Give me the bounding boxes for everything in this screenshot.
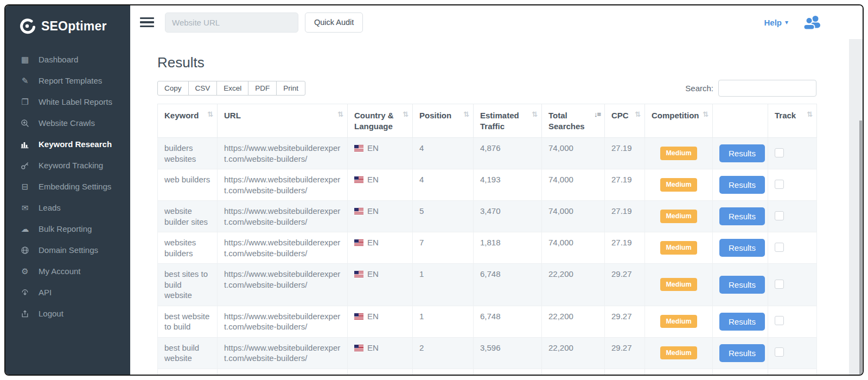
url-cell: https://www.websitebuilderexpert.com/web… (218, 264, 348, 306)
country-language-cell: EN (348, 306, 413, 337)
track-checkbox[interactable] (775, 316, 784, 325)
url-cell: https://www.websitebuilderexpert.com/web… (218, 337, 348, 369)
column-header[interactable]: CPC (605, 104, 645, 138)
results-button[interactable]: Results (719, 176, 765, 194)
action-cell: Results (713, 138, 768, 169)
track-checkbox[interactable] (775, 280, 784, 289)
sidebar-item[interactable]: ☁ Bulk Reporting (5, 218, 130, 239)
quick-audit-button[interactable]: Quick Audit (305, 12, 363, 33)
table-search: Search: (685, 80, 816, 97)
language-label: EN (367, 143, 379, 153)
search-label: Search: (685, 84, 713, 93)
content: Results CopyCSVExcelPDFPrint Search: (130, 39, 863, 375)
cpc-cell: 27.19 (605, 138, 645, 169)
export-button[interactable]: Print (276, 81, 305, 96)
column-header[interactable]: Track (768, 104, 817, 138)
sidebar-item[interactable]: ✎ Report Templates (5, 70, 130, 91)
help-dropdown[interactable]: Help ▾ (764, 18, 788, 27)
sidebar-item-icon (20, 246, 30, 255)
column-header[interactable]: URL (218, 104, 348, 138)
sidebar-item[interactable]: Keyword Research (5, 134, 130, 155)
sidebar-item[interactable]: API (5, 282, 130, 303)
sidebar-item-icon: ✉ (20, 204, 30, 212)
position-cell: 2 (413, 337, 474, 369)
language-label: EN (367, 375, 379, 375)
column-header[interactable]: Competition (645, 104, 713, 138)
track-cell (768, 169, 817, 201)
sidebar-item-label: API (39, 288, 52, 297)
sidebar-item[interactable]: Domain Settings (5, 239, 130, 261)
column-header-label: Competition (652, 111, 699, 120)
sidebar-item[interactable]: ✉ Leads (5, 197, 130, 218)
column-header[interactable]: Total Searches (542, 104, 605, 138)
column-header[interactable]: Keyword (158, 104, 218, 138)
export-button[interactable]: Copy (157, 81, 189, 96)
sort-icon (337, 110, 343, 119)
sort-icon (463, 110, 469, 119)
column-header[interactable]: Estimated Traffic (474, 104, 542, 138)
table-row: best sites to build website https://www.… (158, 264, 817, 306)
topbar: Quick Audit Help ▾ (130, 5, 863, 39)
account-users-icon[interactable] (802, 15, 822, 30)
sidebar-item[interactable]: Logout (5, 303, 130, 324)
sidebar-item-label: Keyword Research (39, 140, 112, 149)
sidebar-item-icon (20, 119, 30, 128)
sidebar-item-icon: ✎ (20, 77, 30, 85)
estimated-traffic-cell: 3,596 (474, 337, 542, 369)
results-button[interactable]: Results (719, 207, 765, 225)
export-button[interactable]: PDF (248, 81, 277, 96)
search-input[interactable] (718, 80, 816, 97)
results-button[interactable]: Results (719, 276, 765, 294)
sidebar-item[interactable]: ❐ White Label Reports (5, 91, 130, 112)
track-checkbox[interactable] (775, 148, 784, 157)
results-button[interactable]: Results (719, 239, 765, 257)
sidebar-item[interactable]: ⊟ Embedding Settings (5, 176, 130, 197)
track-checkbox[interactable] (775, 243, 784, 252)
results-button[interactable]: Results (719, 144, 765, 162)
main-area: Quick Audit Help ▾ Results (130, 5, 863, 375)
competition-badge: Medium (660, 178, 697, 191)
language-label: EN (367, 312, 379, 321)
column-header-label: CPC (611, 111, 629, 120)
us-flag-icon (354, 208, 363, 214)
sidebar-item-label: My Account (39, 267, 81, 276)
page-scrollbar-thumb[interactable] (859, 121, 862, 375)
website-url-input[interactable] (165, 12, 298, 33)
sidebar-item-label: Report Templates (39, 76, 102, 85)
table-row: builders websites https://www.websitebui… (158, 138, 817, 169)
export-button[interactable]: CSV (188, 81, 218, 96)
brand-name: SEOptimer (41, 19, 107, 34)
sidebar-item[interactable]: Keyword Tracking (5, 155, 130, 176)
column-header[interactable]: Country & Language (348, 104, 413, 138)
page-scrollbar-track[interactable] (849, 39, 863, 375)
us-flag-icon (354, 313, 363, 320)
track-checkbox[interactable] (775, 211, 784, 220)
column-header[interactable] (713, 104, 768, 138)
url-cell: https://www.websitebuilderexpert.com/web… (218, 232, 348, 264)
sidebar-item[interactable]: ⚙ My Account (5, 261, 130, 282)
sidebar-item[interactable]: Website Crawls (5, 112, 130, 134)
results-button[interactable]: Results (719, 313, 765, 331)
table-row: best builders websites https://www.websi… (158, 369, 817, 375)
competition-badge: Medium (660, 278, 697, 291)
sidebar-item[interactable]: ▦ Dashboard (5, 49, 130, 70)
estimated-traffic-cell: 4,193 (474, 169, 542, 201)
country-language-cell: EN (348, 337, 413, 369)
column-header[interactable]: Position (413, 104, 474, 138)
position-cell: 2 (413, 369, 474, 375)
cpc-cell: 29.27 (605, 264, 645, 306)
track-checkbox[interactable] (775, 180, 784, 189)
export-button[interactable]: Excel (216, 81, 248, 96)
url-cell: https://www.websitebuilderexpert.com/web… (218, 369, 348, 375)
competition-cell: Medium (645, 337, 713, 369)
results-table: Keyword URL Country & Language Position (157, 104, 817, 375)
total-searches-cell: 22,200 (542, 306, 605, 337)
sidebar-nav: ▦ Dashboard ✎ Report Templates ❐ White L… (5, 49, 130, 324)
language-label: EN (367, 175, 379, 184)
track-cell (768, 232, 817, 264)
track-cell (768, 337, 817, 369)
track-checkbox[interactable] (775, 347, 784, 357)
results-button[interactable]: Results (719, 344, 765, 362)
sidebar-item-label: Bulk Reporting (39, 224, 92, 233)
hamburger-menu-icon[interactable] (140, 15, 154, 30)
